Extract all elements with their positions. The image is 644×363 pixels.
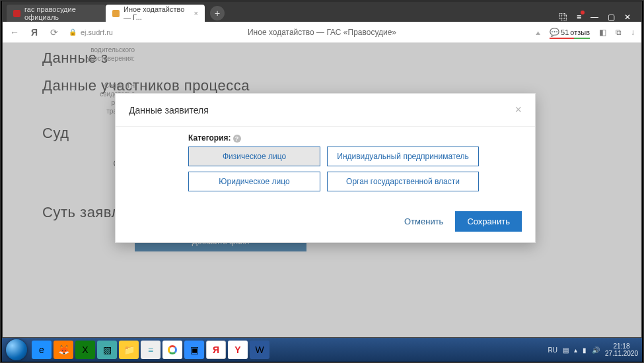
tab-label: гас правосудие официаль: [24, 5, 99, 21]
taskbar-chrome-icon[interactable]: [162, 341, 182, 359]
taskbar-excel-icon[interactable]: X: [75, 341, 95, 359]
extension-icon[interactable]: ⧉: [616, 28, 622, 37]
help-icon[interactable]: ?: [233, 135, 241, 143]
tray-chevron-icon[interactable]: ▴: [574, 346, 577, 354]
taskbar-yandex2-icon[interactable]: Y: [228, 341, 248, 359]
start-orb[interactable]: [6, 339, 27, 360]
reload-icon[interactable]: ⟳: [49, 27, 59, 38]
tab-label: Иное ходатайство — Г...: [124, 5, 188, 21]
category-entrepreneur-button[interactable]: Индивидуальный предприниматель: [327, 147, 479, 166]
tray-time: 21:18: [605, 343, 638, 350]
category-label-text: Категория:: [188, 133, 231, 143]
minimize-icon[interactable]: —: [590, 13, 598, 22]
category-label: Категория:?: [188, 133, 509, 143]
category-grid: Физическое лицо Индивидуальный предприни…: [188, 147, 509, 191]
close-tab-icon[interactable]: ×: [194, 9, 198, 17]
lock-icon: 🔒: [69, 28, 77, 36]
close-window-icon[interactable]: ✕: [624, 13, 631, 22]
modal-close-icon[interactable]: ×: [515, 103, 522, 117]
url-field[interactable]: 🔒 ej.sudrf.ru: [69, 28, 113, 36]
category-legal-button[interactable]: Юридическое лицо: [188, 172, 320, 191]
modal-title: Данные заявителя: [129, 105, 209, 116]
taskbar-explorer-icon[interactable]: 📁: [119, 341, 139, 359]
tray-sound-icon[interactable]: 🔊: [592, 346, 600, 354]
taskbar-ie-icon[interactable]: e: [32, 341, 52, 359]
new-tab-button[interactable]: +: [210, 6, 225, 20]
category-individual-button[interactable]: Физическое лицо: [188, 147, 320, 166]
browser-window: гас правосудие официаль Иное ходатайство…: [2, 1, 642, 338]
tray-clock[interactable]: 21:18 27.11.2020: [605, 343, 638, 357]
taskbar-zoom-icon[interactable]: ▣: [184, 341, 204, 359]
taskbar-firefox-icon[interactable]: 🦊: [54, 341, 73, 359]
download-icon[interactable]: ↓: [631, 28, 635, 37]
speech-icon: 💬: [550, 28, 559, 37]
review-word: отзыв: [570, 28, 590, 36]
url-text: ej.sudrf.ru: [81, 28, 113, 36]
favicon-icon: [112, 10, 120, 17]
bookmark-icon[interactable]: ◧: [599, 28, 606, 37]
yandex-home-icon[interactable]: Я: [29, 27, 40, 38]
browser-tab-2-active[interactable]: Иное ходатайство — Г... ×: [106, 5, 205, 22]
reviews-badge[interactable]: 💬 51 отзыв: [550, 28, 590, 37]
address-bar: ← Я ⟳ 🔒 ej.sudrf.ru Иное ходатайство — Г…: [3, 22, 641, 43]
taskbar-yandex-icon[interactable]: Я: [206, 341, 226, 359]
maximize-icon[interactable]: ▢: [608, 13, 615, 22]
taskbar-app-icon[interactable]: ▧: [97, 341, 117, 359]
cancel-button[interactable]: Отменить: [404, 216, 443, 226]
tray-language[interactable]: RU: [548, 346, 557, 354]
window-controls: ⿻ ≡ — ▢ ✕: [553, 13, 637, 22]
page-viewport: водительского удостоверения: Серия и н с…: [3, 43, 641, 337]
nav-back-icon[interactable]: ←: [9, 27, 20, 38]
windows-taskbar: e 🦊 X ▧ 📁 ≡ ▣ Я Y W RU ▤ ▴ ▮ 🔊 21:18 27.…: [2, 338, 642, 362]
review-count: 51: [561, 28, 569, 36]
applicant-modal: Данные заявителя × Категория:? Физическо…: [115, 93, 536, 243]
taskbar-notepad-icon[interactable]: ≡: [141, 341, 161, 359]
browser-menu-icon[interactable]: ≡: [577, 13, 581, 22]
taskbar-word-icon[interactable]: W: [250, 341, 269, 359]
system-tray: RU ▤ ▴ ▮ 🔊 21:18 27.11.2020: [548, 343, 638, 357]
tray-network-icon[interactable]: ▮: [583, 346, 587, 354]
translate-icon[interactable]: ⟁: [536, 28, 540, 37]
tray-date: 27.11.2020: [605, 350, 638, 357]
browser-tab-bar: гас правосудие официаль Иное ходатайство…: [3, 2, 641, 22]
save-button[interactable]: Сохранить: [455, 211, 522, 232]
tray-flag-icon[interactable]: ▤: [563, 346, 569, 354]
category-government-button[interactable]: Орган государственной власти: [327, 172, 479, 191]
favicon-icon: [13, 10, 20, 17]
copy-window-icon[interactable]: ⿻: [559, 13, 567, 22]
browser-tab-1[interactable]: гас правосудие официаль: [7, 5, 106, 22]
